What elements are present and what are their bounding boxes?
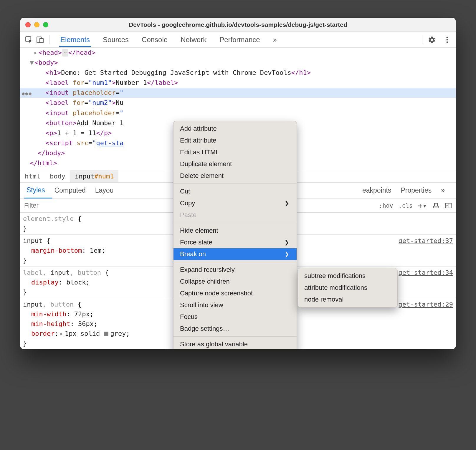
titlebar: DevTools - googlechrome.github.io/devtoo…: [20, 18, 456, 32]
crumb-html[interactable]: html: [20, 170, 45, 182]
ctx-focus[interactable]: Focus: [173, 311, 297, 323]
chevron-right-icon: ❯: [285, 200, 289, 206]
ctx-force-state[interactable]: Force state❯: [173, 236, 297, 248]
main-tabs: Elements Sources Console Network Perform…: [59, 33, 417, 47]
svg-rect-2: [40, 38, 43, 42]
ctx-edit-as-html[interactable]: Edit as HTML: [173, 146, 297, 158]
dom-body-open[interactable]: ▼<body>: [20, 58, 456, 68]
toggle-sidebar-icon[interactable]: [445, 202, 452, 209]
tab-sources[interactable]: Sources: [102, 33, 130, 47]
ctx-cut[interactable]: Cut: [173, 186, 297, 197]
kebab-menu-icon[interactable]: [442, 35, 452, 44]
tab-computed[interactable]: Computed: [52, 183, 93, 198]
ctx-capture-screenshot[interactable]: Capture node screenshot: [173, 287, 297, 299]
dom-label1[interactable]: <label for="num1">Number 1</label>: [20, 78, 456, 88]
ctx-subtree-modifications[interactable]: subtree modifications: [298, 270, 397, 282]
ctx-break-on[interactable]: Break on❯: [173, 248, 297, 260]
window-title: DevTools - googlechrome.github.io/devtoo…: [20, 21, 456, 28]
chevron-right-icon: ❯: [285, 251, 289, 257]
cls-toggle[interactable]: .cls: [399, 202, 413, 209]
color-swatch-icon[interactable]: [104, 332, 108, 336]
tab-performance[interactable]: Performance: [218, 33, 261, 47]
dom-input1-selected[interactable]: ●●● <input placeholder=": [20, 88, 456, 98]
tab-elements[interactable]: Elements: [59, 33, 91, 47]
new-style-rule-icon[interactable]: +▾: [418, 201, 427, 210]
tab-console[interactable]: Console: [141, 33, 169, 47]
ctx-add-attribute[interactable]: Add attribute: [173, 123, 297, 135]
dom-h1[interactable]: <h1>Demo: Get Started Debugging JavaScri…: [20, 68, 456, 78]
ctx-copy[interactable]: Copy❯: [173, 197, 297, 209]
minimize-window-button[interactable]: [34, 22, 39, 27]
settings-gear-icon[interactable]: [427, 35, 437, 44]
paintbrush-icon[interactable]: [432, 202, 439, 209]
crumb-input[interactable]: input#num1: [70, 170, 118, 182]
tab-layout[interactable]: Layou: [93, 183, 121, 198]
dom-label2[interactable]: <label for="num2">Nu: [20, 98, 456, 108]
close-window-button[interactable]: [25, 22, 31, 27]
lower-tabs-overflow-icon[interactable]: »: [439, 183, 452, 198]
ctx-edit-attribute[interactable]: Edit attribute: [173, 135, 297, 146]
source-link[interactable]: get-started:34: [399, 268, 453, 277]
source-link[interactable]: get-started:29: [399, 300, 453, 309]
ctx-hide-element[interactable]: Hide element: [173, 225, 297, 236]
context-menu: Add attribute Edit attribute Edit as HTM…: [173, 121, 297, 349]
ctx-store-global[interactable]: Store as global variable: [173, 338, 297, 349]
tab-network[interactable]: Network: [179, 33, 208, 47]
line-actions-icon[interactable]: ●●●: [22, 90, 32, 97]
tab-breakpoints[interactable]: eakpoints: [360, 183, 398, 198]
tab-styles[interactable]: Styles: [24, 183, 52, 198]
svg-rect-7: [445, 203, 451, 208]
chevron-right-icon: ❯: [285, 239, 289, 246]
svg-point-6: [447, 41, 448, 43]
ctx-node-removal[interactable]: node removal: [298, 294, 397, 305]
source-link[interactable]: get-started:37: [399, 236, 453, 246]
dom-input2[interactable]: <input placeholder=": [20, 108, 456, 118]
device-toolbar-icon[interactable]: [35, 35, 45, 44]
tab-properties[interactable]: Properties: [398, 183, 439, 198]
ctx-collapse-children[interactable]: Collapse children: [173, 276, 297, 287]
context-submenu-break-on: subtree modifications attribute modifica…: [298, 268, 398, 307]
zoom-window-button[interactable]: [43, 22, 48, 27]
traffic-lights: [25, 22, 48, 27]
svg-point-5: [447, 39, 448, 40]
ctx-badge-settings[interactable]: Badge settings…: [173, 323, 297, 335]
main-toolbar: Elements Sources Console Network Perform…: [20, 32, 456, 48]
inspect-element-icon[interactable]: [24, 35, 34, 44]
crumb-body[interactable]: body: [45, 170, 70, 182]
ctx-duplicate-element[interactable]: Duplicate element: [173, 158, 297, 170]
ctx-attribute-modifications[interactable]: attribute modifications: [298, 282, 397, 294]
ctx-delete-element[interactable]: Delete element: [173, 170, 297, 182]
ctx-expand-recursively[interactable]: Expand recursively: [173, 264, 297, 276]
devtools-window: DevTools - googlechrome.github.io/devtoo…: [20, 18, 456, 349]
ctx-paste: Paste: [173, 209, 297, 221]
svg-point-4: [447, 37, 448, 38]
tabs-overflow-icon[interactable]: »: [272, 33, 278, 47]
hov-toggle[interactable]: :hov: [379, 202, 393, 209]
dom-head[interactable]: ▸<head>⋯</head>: [20, 48, 456, 58]
ctx-scroll-into-view[interactable]: Scroll into view: [173, 299, 297, 311]
